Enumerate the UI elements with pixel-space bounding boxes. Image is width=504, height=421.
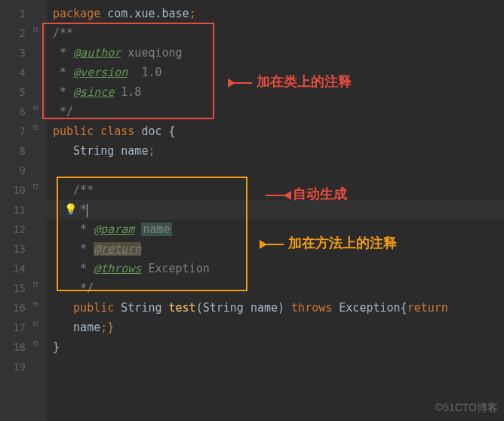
code-line[interactable] xyxy=(47,161,504,180)
class-name: doc xyxy=(141,124,161,138)
code-line[interactable]: /** xyxy=(47,23,504,43)
code-line[interactable]: /** xyxy=(47,180,504,200)
code-line[interactable]: */ xyxy=(47,102,504,121)
line-number: 5 xyxy=(4,82,26,102)
annotation-auto-gen: 自动生成 xyxy=(293,185,347,203)
comment-text: 1.0 xyxy=(128,66,161,79)
line-number: 11 xyxy=(4,200,26,220)
line-number: 18 xyxy=(4,337,26,357)
brace: { xyxy=(401,301,407,315)
line-number: 2 xyxy=(4,23,26,43)
code-line[interactable]: * @return xyxy=(47,239,504,259)
keyword: public xyxy=(73,301,121,315)
fold-toggle-icon[interactable]: ⊟ xyxy=(33,181,38,191)
package-path: com.xue.base xyxy=(100,7,189,20)
keyword: return xyxy=(407,301,448,315)
comment-text: Exception xyxy=(141,262,209,275)
annotation-text: 加在类上的注释 xyxy=(257,72,352,91)
brace: } xyxy=(53,340,60,354)
line-number: 8 xyxy=(4,141,26,161)
line-number: 1 xyxy=(4,4,26,23)
paren: ) xyxy=(278,301,291,315)
comment: * xyxy=(53,46,73,60)
annotation-class-comment: 加在类上的注释 xyxy=(257,72,352,91)
javadoc-tag: @param xyxy=(94,223,134,236)
code-line[interactable]: public class doc { xyxy=(47,121,504,141)
line-number: 15 xyxy=(4,278,26,298)
line-number: 13 xyxy=(4,239,26,259)
brace: ;} xyxy=(100,321,114,334)
fold-toggle-icon[interactable]: ⊟ xyxy=(33,103,38,112)
line-number: 6 xyxy=(4,102,26,121)
code-line[interactable] xyxy=(47,357,504,376)
param-name: name xyxy=(250,301,278,315)
line-number: 17 xyxy=(4,318,26,337)
comment: * xyxy=(73,242,94,256)
fold-end-icon[interactable]: ⊟ xyxy=(33,318,38,328)
fold-toggle-icon[interactable]: ⊟ xyxy=(33,279,38,289)
line-number: 14 xyxy=(4,259,26,278)
code-line-current[interactable]: * xyxy=(47,200,504,220)
line-number: 9 xyxy=(4,161,26,180)
javadoc-tag: @throws xyxy=(94,262,141,275)
fold-end-icon[interactable]: ⊟ xyxy=(33,299,38,309)
javadoc-tag-warn: @return xyxy=(94,242,141,256)
brace: { xyxy=(162,124,176,138)
comment: */ xyxy=(53,105,73,118)
method-name: test xyxy=(169,301,196,315)
text-cursor xyxy=(87,204,88,217)
code-line[interactable]: String name; xyxy=(47,141,504,161)
keyword: throws xyxy=(291,301,339,315)
annotation-text: 自动生成 xyxy=(293,185,347,203)
line-number-gutter: 1 2 3 4 5 6 7 8 9 10 11 12 13 14 15 16 1… xyxy=(0,0,32,421)
type: String xyxy=(121,301,168,315)
code-line[interactable]: * @author xueqiong xyxy=(47,43,504,63)
watermark: ©51CTO博客 xyxy=(435,401,498,415)
code-line[interactable]: * @param name xyxy=(47,220,504,239)
fold-toggle-icon[interactable]: ⊟ xyxy=(33,24,38,34)
code-line[interactable]: */ xyxy=(47,278,504,298)
keyword: public xyxy=(53,124,94,138)
line-number: 19 xyxy=(4,357,26,376)
fold-end-icon[interactable]: ⊟ xyxy=(33,338,38,348)
comment: */ xyxy=(73,281,94,295)
code-line[interactable]: } xyxy=(47,337,504,357)
line-number: 10 xyxy=(4,180,26,200)
field-name: name xyxy=(121,144,148,158)
line-number: 7 xyxy=(4,121,26,141)
comment-text: 1.8 xyxy=(114,85,141,99)
line-number: 12 xyxy=(4,220,26,239)
code-line[interactable]: name;} xyxy=(47,318,504,337)
line-number: 16 xyxy=(4,298,26,318)
code-line[interactable]: * @throws Exception xyxy=(47,259,504,278)
comment: /** xyxy=(73,183,94,197)
keyword: package xyxy=(53,7,100,20)
fold-toggle-icon[interactable]: ⊟ xyxy=(33,122,38,132)
exception-type: Exception xyxy=(339,301,400,315)
type: String xyxy=(73,144,121,158)
lightbulb-icon[interactable]: 💡 xyxy=(64,203,77,215)
comment: * xyxy=(53,66,73,79)
semicolon: ; xyxy=(148,144,155,158)
comment-text: xueqiong xyxy=(121,46,182,60)
param-type: String xyxy=(203,301,250,315)
code-line[interactable]: package com.xue.base; xyxy=(47,4,504,23)
annotation-method-comment: 加在方法上的注释 xyxy=(288,234,397,252)
javadoc-tag: @author xyxy=(73,46,121,60)
javadoc-tag: @since xyxy=(73,85,114,99)
line-number: 3 xyxy=(4,43,26,63)
code-line[interactable]: public String test(String name) throws E… xyxy=(47,298,504,318)
param-name: name xyxy=(141,223,171,236)
paren: ( xyxy=(196,301,203,315)
comment: * xyxy=(53,85,73,99)
comment: /** xyxy=(53,26,73,40)
semicolon: ; xyxy=(189,7,196,20)
line-number: 4 xyxy=(4,63,26,82)
code-area[interactable]: package com.xue.base; /** * @author xueq… xyxy=(47,0,504,421)
comment: * xyxy=(73,223,94,236)
keyword: class xyxy=(94,124,141,138)
fold-column: ⊟ ⊟ ⊟ ⊟ ⊟ ⊟ ⊟ ⊟ xyxy=(32,0,47,421)
comment: * xyxy=(73,262,94,275)
annotation-text: 加在方法上的注释 xyxy=(288,234,397,252)
variable: name xyxy=(73,321,100,334)
